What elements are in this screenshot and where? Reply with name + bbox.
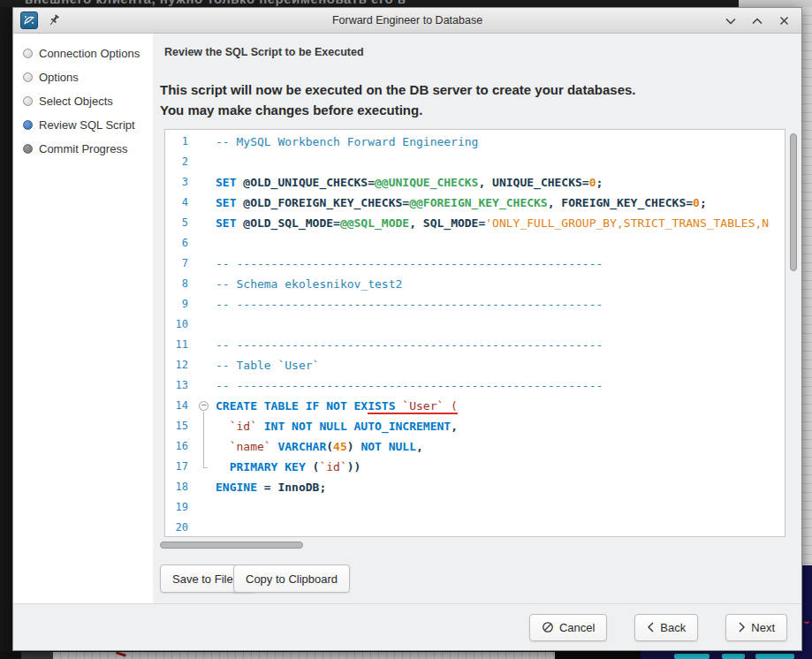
code-line[interactable]: 15 `id` INT NOT NULL AUTO_INCREMENT,	[165, 416, 785, 436]
sidebar-item-label: Select Objects	[39, 95, 113, 108]
code-line[interactable]: 14−CREATE TABLE IF NOT EXISTS `User` (	[165, 396, 785, 416]
background-text-fragment: внешнего клиента, нужно только переимено…	[25, 0, 406, 6]
line-number: 4	[165, 193, 188, 213]
cancel-button[interactable]: Cancel	[529, 614, 607, 641]
line-number: 8	[165, 274, 188, 294]
background-clock-fragment	[641, 651, 812, 659]
instruction-line-2: You may make changes before executing.	[160, 100, 636, 120]
fold-column	[188, 518, 216, 537]
fold-column	[188, 294, 216, 314]
background-fragment	[804, 617, 809, 624]
fold-column	[188, 132, 216, 152]
step-bullet-icon	[23, 49, 33, 58]
chevron-up-icon	[752, 17, 763, 26]
back-label: Back	[660, 621, 686, 634]
step-bullet-icon	[23, 120, 33, 130]
fold-column	[188, 213, 216, 233]
line-number: 16	[165, 436, 188, 457]
horizontal-scrollbar[interactable]	[160, 542, 303, 549]
step-bullet-icon	[23, 96, 33, 106]
chevron-left-icon	[647, 622, 655, 632]
maximize-button[interactable]	[750, 14, 764, 28]
vertical-scrollbar[interactable]	[790, 133, 797, 271]
line-number: 14	[165, 396, 188, 416]
step-bullet-icon	[23, 144, 33, 154]
cancel-label: Cancel	[559, 621, 595, 634]
code-line[interactable]: 2	[165, 152, 785, 172]
background-fragment	[722, 654, 745, 659]
sidebar-item-select-objects[interactable]: Select Objects	[13, 89, 153, 113]
fold-column	[188, 314, 216, 335]
code-line[interactable]: 18ENGINE = InnoDB;	[165, 477, 785, 497]
line-number: 6	[165, 233, 188, 254]
titlebar[interactable]: Forward Engineer to Database	[13, 8, 801, 34]
copy-to-clipboard-label: Copy to Clipboard	[246, 572, 338, 586]
code-line[interactable]: 7-- ------------------------------------…	[165, 254, 785, 274]
close-button[interactable]	[777, 14, 791, 28]
code-line[interactable]: 3SET @OLD_UNIQUE_CHECKS=@@UNIQUE_CHECKS,…	[165, 172, 785, 193]
code-text: -- Schema ekolesnikov_test2	[216, 274, 785, 294]
code-line[interactable]: 10	[165, 314, 785, 335]
next-button[interactable]: Next	[725, 614, 787, 641]
fold-toggle-icon[interactable]: −	[188, 396, 216, 416]
back-button[interactable]: Back	[634, 614, 698, 641]
code-line[interactable]: 12-- Table `User`	[165, 355, 785, 375]
wizard-steps-sidebar: Connection Options Options Select Object…	[13, 34, 153, 603]
sidebar-item-label: Connection Options	[39, 47, 140, 60]
code-text: SET @OLD_SQL_MODE=@@SQL_MODE, SQL_MODE='…	[216, 213, 785, 233]
fold-column	[188, 335, 216, 355]
sidebar-item-commit-progress[interactable]: Commit Progress	[13, 137, 153, 161]
fold-column	[188, 152, 216, 172]
save-to-file-label: Save to File...	[172, 572, 242, 586]
forward-engineer-dialog: Forward Engineer to Database Connection …	[12, 7, 802, 651]
copy-to-clipboard-button[interactable]: Copy to Clipboard	[233, 564, 350, 593]
line-number: 7	[165, 254, 188, 274]
code-line[interactable]: 9-- ------------------------------------…	[165, 294, 785, 314]
fold-column	[188, 274, 216, 294]
code-line[interactable]: 6	[165, 233, 785, 254]
background-window-strip: внешнего клиента, нужно только переимено…	[0, 0, 739, 7]
fold-column	[188, 375, 216, 396]
line-number: 2	[165, 152, 188, 172]
background-table-fragment	[802, 7, 812, 565]
sql-script-editor[interactable]: 1-- MySQL Workbench Forward Engineering2…	[164, 129, 785, 537]
background-fragment	[21, 652, 53, 659]
code-text	[216, 314, 785, 335]
line-number: 18	[165, 477, 188, 497]
step-bullet-icon	[23, 72, 33, 82]
line-number: 13	[165, 375, 188, 396]
code-line[interactable]: 4SET @OLD_FOREIGN_KEY_CHECKS=@@FOREIGN_K…	[165, 193, 785, 213]
line-number: 20	[165, 518, 188, 537]
line-number: 3	[165, 172, 188, 193]
minimize-button[interactable]	[724, 14, 738, 28]
code-line[interactable]: 13-- -----------------------------------…	[165, 375, 785, 396]
code-line[interactable]: 16 `name` VARCHAR(45) NOT NULL,	[165, 436, 785, 457]
line-number: 19	[165, 497, 188, 518]
sidebar-item-label: Review SQL Script	[39, 118, 135, 132]
code-line[interactable]: 1-- MySQL Workbench Forward Engineering	[165, 132, 785, 152]
fold-column	[188, 436, 216, 457]
line-number: 5	[165, 213, 188, 233]
code-line[interactable]: 20	[165, 518, 785, 537]
page-title: Review the SQL Script to be Executed	[164, 46, 364, 58]
sidebar-item-options[interactable]: Options	[13, 65, 153, 89]
sidebar-item-label: Options	[39, 71, 79, 84]
fold-column	[188, 416, 216, 436]
code-line[interactable]: 17 PRIMARY KEY (`id`))	[165, 457, 785, 477]
sidebar-item-review-sql-script[interactable]: Review SQL Script	[13, 113, 153, 137]
code-text: CREATE TABLE IF NOT EXISTS `User` (	[216, 396, 785, 416]
line-number: 9	[165, 294, 188, 314]
code-line[interactable]: 8-- Schema ekolesnikov_test2	[165, 274, 785, 294]
line-number: 11	[165, 335, 188, 355]
dialog-footer: Cancel Back Next	[13, 603, 801, 650]
fold-column	[188, 254, 216, 274]
code-text: SET @OLD_FOREIGN_KEY_CHECKS=@@FOREIGN_KE…	[216, 193, 785, 213]
code-line[interactable]: 5SET @OLD_SQL_MODE=@@SQL_MODE, SQL_MODE=…	[165, 213, 785, 233]
fold-column	[188, 457, 216, 477]
code-line[interactable]: 11-- -----------------------------------…	[165, 335, 785, 355]
sidebar-item-connection-options[interactable]: Connection Options	[13, 42, 153, 65]
code-line[interactable]: 19	[165, 497, 785, 518]
fold-column	[188, 497, 216, 518]
background-fragment	[674, 654, 710, 659]
code-text: -- -------------------------------------…	[216, 254, 785, 274]
